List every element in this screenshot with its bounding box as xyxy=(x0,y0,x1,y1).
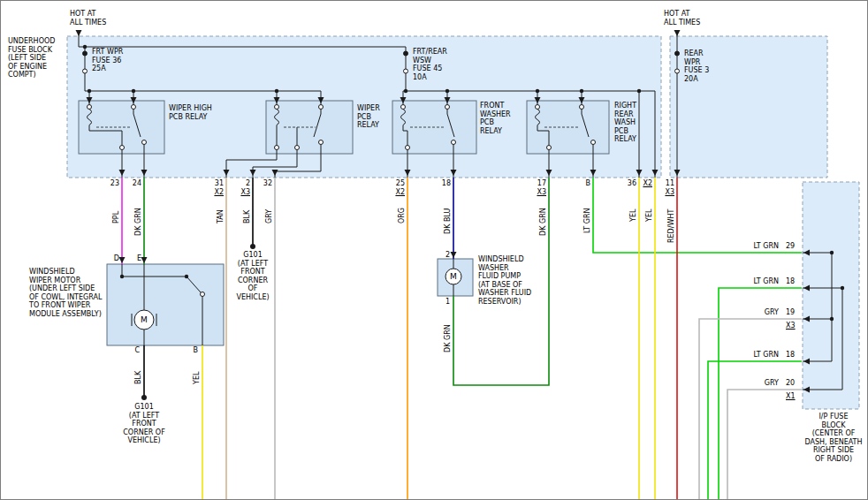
connector-label-x3-dkgrn: X3 xyxy=(529,188,546,197)
wire-color-label-yel-motor: YEL xyxy=(193,372,201,384)
connector-label-x2-tan: X2 xyxy=(206,188,224,197)
washer-pump-label: WINDSHIELD WASHER FLUID PUMP (AT BASE OF… xyxy=(478,255,549,307)
connector-label-x2-org: X2 xyxy=(387,188,405,197)
wire-color-label-org: ORG xyxy=(398,208,406,223)
ip-row-color-1: LT GRN xyxy=(727,242,779,251)
motor-pin-d: D xyxy=(107,254,119,263)
pin-label-2: 2 xyxy=(232,179,250,188)
pin-label-32: 32 xyxy=(255,179,272,188)
relay-front-washer-label: FRONT WASHER PCB RELAY xyxy=(480,102,522,135)
wire-color-label-blk-motor: BLK xyxy=(134,371,142,384)
wire-color-label-gry: GRY xyxy=(265,209,273,223)
pump-m-symbol: M xyxy=(450,272,457,281)
connector-label-x2-yel: X2 xyxy=(635,179,652,188)
motor-m-symbol: M xyxy=(141,315,148,324)
component-boxes xyxy=(79,101,609,345)
ip-row-conn-3: X3 xyxy=(786,322,802,330)
ip-row-color-3: GRY xyxy=(727,308,779,317)
wire-color-label-tan: TAN xyxy=(217,209,225,223)
ip-row-color-5: GRY xyxy=(727,379,779,388)
ip-row-color-4: LT GRN xyxy=(727,351,779,360)
g101-left-label: G101 (AT LEFT FRONT CORNER OF VEHICLE) xyxy=(105,403,183,445)
pin-label-25: 25 xyxy=(387,179,405,188)
wire-color-label-dkblu: DK BLU xyxy=(444,208,452,234)
g101-mid-ground-dot xyxy=(250,244,255,249)
pin-label-23: 23 xyxy=(102,179,119,188)
pin-label-17: 17 xyxy=(529,179,546,188)
wire-color-label-dkgrn-2: DK GRN xyxy=(539,208,547,236)
motor-pin-e: E xyxy=(129,254,141,263)
ip-row-pin-1: 29 xyxy=(786,242,802,251)
pin-label-18: 18 xyxy=(433,179,451,188)
relay-wiper-box xyxy=(266,101,353,154)
g101-mid-label: G101 (AT LEFT FRONT CORNER OF VEHICLE) xyxy=(224,251,282,302)
ip-row-pin-2: 18 xyxy=(786,277,802,286)
motor-pin-c: C xyxy=(127,346,140,355)
pump-pin-1: 1 xyxy=(439,298,450,307)
ip-row-pin-3: 19 xyxy=(786,308,802,317)
wire-color-label-dkgrn: DK GRN xyxy=(134,208,142,236)
pin-label-b: B xyxy=(573,179,590,188)
wire-gry-row5 xyxy=(727,390,802,500)
pin-label-36: 36 xyxy=(619,179,636,188)
wiring-diagram-page: M M xyxy=(0,0,868,500)
pin-label-11: 11 xyxy=(657,179,674,188)
relay-wiper-label: WIPER PCB RELAY xyxy=(357,104,392,130)
hot-at-all-times-right: HOT AT ALL TIMES xyxy=(664,10,710,27)
wire-color-label-yel-1: YEL xyxy=(629,209,637,222)
g101-left-ground-dot xyxy=(141,395,147,400)
fuse-frt-rear-wsw-label: FRT/REAR WSW FUSE 45 10A xyxy=(413,48,457,81)
connector-label-x3-redwht: X3 xyxy=(657,188,674,197)
fuse-frt-wpr-label: FRT WPR FUSE 36 25A xyxy=(92,48,136,73)
wire-color-label-yel-2: YEL xyxy=(645,209,653,222)
ip-row-color-2: LT GRN xyxy=(727,277,779,286)
ip-fuse-block-zone xyxy=(803,182,859,409)
wiper-motor-label: WINDSHIELD WIPER MOTOR (UNDER LEFT SIDE … xyxy=(29,268,105,319)
ip-row-conn-5: X1 xyxy=(786,392,802,401)
wire-color-label-redwht: RED/WHT xyxy=(667,209,675,243)
wire-color-label-blk: BLK xyxy=(243,210,251,223)
hot-at-all-times-left: HOT AT ALL TIMES xyxy=(70,10,116,27)
pin-label-24: 24 xyxy=(124,179,141,188)
ip-row-pin-4: 18 xyxy=(786,351,802,360)
connector-label-x3-blk: X3 xyxy=(232,188,250,197)
relay-wiper-high-label: WIPER HIGH PCB RELAY xyxy=(169,104,224,121)
ip-fuse-block-label: I/P FUSE BLOCK (CENTER OF DASH, BENEATH … xyxy=(799,413,868,464)
underhood-fuse-block-label: UNDERHOOD FUSE BLOCK (LEFT SIDE OF ENGIN… xyxy=(8,37,65,80)
pin-label-31: 31 xyxy=(206,179,224,188)
wire-color-label-dkgrn-pump: DK GRN xyxy=(444,324,452,352)
fuse-rear-wpr-label: REAR WPR FUSE 3 20A xyxy=(684,49,723,83)
motor-pin-b: B xyxy=(186,346,198,355)
wire-gry-row3 xyxy=(699,319,802,500)
relay-right-rear-wash-label: RIGHT REAR WASH PCB RELAY xyxy=(614,102,650,144)
ip-row-pin-5: 20 xyxy=(786,379,802,388)
wire-color-label-ppl: PPL xyxy=(112,211,120,223)
wire-color-label-ltgrn: LT GRN xyxy=(583,208,591,233)
pump-pin-2: 2 xyxy=(439,251,450,260)
